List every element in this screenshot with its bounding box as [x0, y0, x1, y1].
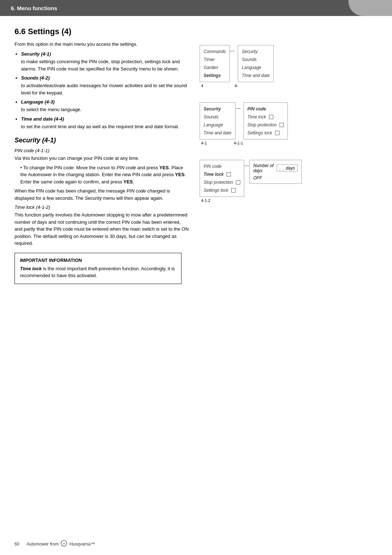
husqvarna-icon: H	[61, 540, 67, 547]
top-diagram-wrap: Commands Timer Garden Settings	[200, 45, 274, 88]
top-menu-item-timer: Timer	[204, 56, 226, 64]
important-timelock-bold: Time lock	[20, 266, 42, 271]
pin-code-bullet-text: To change the PIN code: Move the cursor …	[20, 165, 186, 185]
time-lock-label: Time lock (4-1-2)	[15, 204, 50, 210]
pin-code-subsection: PIN code (4-1-1) Via this function you c…	[15, 148, 189, 202]
bottom-left-timelock: Time lock	[204, 170, 240, 178]
footer-brand: Automower from H Husqvarna™	[26, 540, 95, 548]
footer: 60 Automower from H Husqvarna™	[0, 540, 392, 548]
bullet-security-text: to make settings concerning the PIN code…	[21, 58, 189, 72]
mid-left-number: 4-1	[201, 141, 207, 145]
mid-left-language: Language	[204, 121, 232, 129]
bottom-settingslock-checkbox	[231, 188, 236, 193]
mid-left-timedate: Time and date	[204, 129, 232, 137]
top-right-language: Language	[242, 64, 270, 72]
top-diagram: Commands Timer Garden Settings	[200, 45, 274, 82]
left-column: From this option in the main menu you ac…	[15, 41, 189, 284]
bottom-timelock-checkbox	[226, 172, 231, 177]
bullet-timedate-text: to set the current time and day as well …	[21, 123, 189, 130]
mid-right-number: 4-1-1	[234, 141, 243, 145]
mid-left-security: Security	[204, 105, 232, 113]
bottom-left-pincode: PIN code	[204, 162, 240, 170]
bottom-diagram-wrap: PIN code Time lock Stop protection Setti…	[200, 160, 302, 203]
bottom-left-stopprotect: Stop protection	[204, 178, 240, 186]
top-right-sounds: Sounds	[242, 56, 270, 64]
bullet-sounds-text: to activate/deactivate audio messages fo…	[21, 82, 189, 96]
bottom-stopprotect-checkbox	[236, 180, 240, 185]
mid-diagram-numbers: 4-1 4-1-1	[200, 141, 288, 145]
mid-diagram: Security Sounds Language Time and date	[200, 102, 288, 139]
bottom-diagram-numbers: 4-1-2	[200, 198, 302, 203]
top-left-number: 4	[201, 84, 203, 88]
top-left-menu-box: Commands Timer Garden Settings	[200, 45, 230, 82]
stopprotect-checkbox	[279, 123, 284, 127]
top-right-menu-box: Security Sounds Language Time and date	[238, 45, 274, 82]
timelock-checkbox	[269, 115, 273, 119]
mid-right-timelock: Time lock	[248, 113, 284, 121]
mid-right-stopprotect: Stop protection	[248, 121, 284, 129]
bullet-sounds: Sounds (4-2) to activate/deactivate audi…	[21, 75, 189, 96]
top-right-number: 4-	[234, 84, 238, 88]
time-lock-text: This function partly involves the Automo…	[15, 211, 189, 247]
top-connector-line	[230, 51, 235, 51]
bottom-right-days-box: Number of days _ _ days OFF	[249, 160, 302, 184]
intro-text: From this option in the main menu you ac…	[15, 41, 189, 47]
page-title: 6.6 Settings (4)	[15, 27, 377, 36]
off-label: OFF	[253, 175, 298, 181]
settingslock-checkbox	[275, 131, 279, 135]
two-col-layout: From this option in the main menu you ac…	[15, 41, 377, 284]
top-right-security: Security	[242, 48, 270, 56]
important-box: IMPORTANT INFORMATION Time lock is the m…	[15, 253, 181, 284]
pin-code-label: PIN code (4-1-1)	[15, 148, 49, 153]
top-menu-item-settings: Settings	[204, 72, 226, 80]
header-bar: 6. Menu functions	[0, 0, 392, 16]
security-section-heading: Security (4-1)	[15, 137, 189, 144]
bullet-security-label: Security (4-1)	[21, 51, 51, 57]
bullet-language-text: to select the menu language.	[21, 106, 189, 113]
top-menu-item-garden: Garden	[204, 64, 226, 72]
brand-name: Husqvarna™	[69, 542, 95, 547]
days-value-box: _ _ days	[277, 165, 298, 172]
top-menu-item-commands: Commands	[204, 48, 226, 56]
mid-left-sounds: Sounds	[204, 113, 232, 121]
pin-code-text1: Via this function you can change your PI…	[15, 155, 189, 162]
pin-code-text2: When the PIN code has been changed, the …	[15, 187, 189, 202]
bullet-sounds-label: Sounds (4-2)	[21, 75, 50, 81]
bullet-language-label: Language (4-3)	[21, 99, 54, 105]
mid-right-menu-box: PIN code Time lock Stop protection Setti…	[244, 102, 288, 139]
important-text: Time lock is the most important theft-pr…	[20, 265, 176, 279]
bullet-timedate: Time and date (4-4) to set the current t…	[21, 116, 189, 130]
important-text-rest: is the most important theft-prevention f…	[20, 266, 175, 279]
bullet-timedate-label: Time and date (4-4)	[21, 116, 64, 122]
bottom-left-number: 4-1-2	[201, 198, 211, 203]
bottom-left-menu-box: PIN code Time lock Stop protection Setti…	[200, 160, 244, 197]
time-lock-subsection: Time lock (4-1-2) This function partly i…	[15, 204, 189, 247]
svg-text:H: H	[63, 542, 65, 546]
mid-right-pincode: PIN code	[248, 105, 284, 113]
mid-right-settingslock: Settings lock	[248, 129, 284, 137]
mid-connector-line	[236, 108, 241, 109]
page-content: 6.6 Settings (4) From this option in the…	[0, 16, 392, 299]
right-column: Commands Timer Garden Settings	[200, 41, 377, 284]
number-of-label: Number of days	[253, 163, 274, 173]
bullet-security: Security (4-1) to make settings concerni…	[21, 51, 189, 72]
important-title: IMPORTANT INFORMATION	[20, 258, 176, 263]
bottom-diagram: PIN code Time lock Stop protection Setti…	[200, 160, 302, 197]
header-title: 6. Menu functions	[11, 5, 57, 11]
bottom-left-settingslock: Settings lock	[204, 186, 240, 194]
bullet-language: Language (4-3) to select the menu langua…	[21, 99, 189, 113]
mid-left-menu-box: Security Sounds Language Time and date	[200, 102, 236, 139]
page-number: 60	[15, 542, 19, 547]
bottom-connector-line	[244, 166, 249, 166]
mid-diagram-wrap: Security Sounds Language Time and date	[200, 102, 288, 145]
number-of-days-row: Number of days _ _ days	[253, 163, 298, 173]
top-right-timedate: Time and date	[242, 72, 270, 80]
brand-text: Automower from	[26, 542, 58, 547]
settings-bullet-list: Security (4-1) to make settings concerni…	[15, 51, 189, 130]
husqvarna-logo: H	[61, 540, 67, 548]
top-diagram-numbers: 4 4-	[200, 84, 274, 88]
pin-code-bullet: • To change the PIN code: Move the curso…	[20, 164, 189, 186]
